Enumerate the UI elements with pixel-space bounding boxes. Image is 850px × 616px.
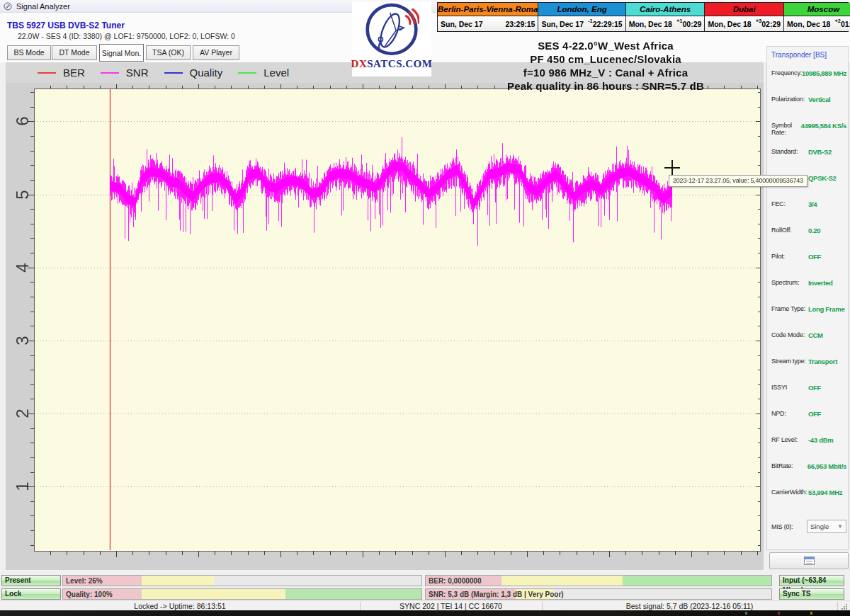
- status-bar: Locked -> Uptime: 86:13:51 SYNC 202 | TE…: [0, 600, 850, 610]
- status-best-signal: Best signal: 5,7 dB (2023-12-16 05:11): [542, 601, 837, 611]
- transponder-row: Frequency:10985,889 MHz: [771, 69, 846, 77]
- world-clock-table: Berlin-Paris-Vienna-RomaSun, Dec 1723:29…: [437, 2, 849, 32]
- transponder-value: 66,953 Mbit/s: [808, 462, 846, 470]
- level-bar: Level: 26%: [62, 575, 422, 586]
- clock-date: Mon, Dec 18: [708, 20, 751, 28]
- transponder-row: Stream type:Transport: [771, 358, 846, 365]
- transponder-label: Symbol Rate:: [771, 122, 801, 136]
- legend-item-snr: SNR: [101, 67, 149, 79]
- y-tick-label-2: 2: [13, 404, 33, 423]
- transponder-label: ISSYI: [771, 384, 808, 392]
- clock-utc-offset: +1: [676, 18, 683, 24]
- mis-label: MIS (0):: [771, 523, 805, 530]
- snr-chart-canvas[interactable]: [6, 83, 764, 570]
- status-separator: [542, 602, 543, 610]
- transponder-row: Spectrum:Inverted: [771, 279, 846, 287]
- tuner-title: TBS 5927 USB DVB-S2 Tuner: [7, 21, 125, 30]
- transponder-value: 10985,889 MHz: [802, 69, 846, 77]
- transponder-panel-header: Transponder [BS]: [771, 51, 827, 59]
- y-tick-label-4: 4: [13, 258, 33, 278]
- y-tick-label-3: 3: [13, 331, 33, 350]
- bar-segment: [142, 576, 213, 586]
- transponder-row: RF Level:-43 dBm: [771, 436, 846, 444]
- y-tick-label-5: 5: [13, 185, 33, 205]
- transport-stream-button[interactable]: [769, 552, 849, 569]
- mis-row: MIS (0): Single ▼: [771, 520, 846, 533]
- window-title: Signal Analyzer: [16, 2, 70, 11]
- taskbar-pixel: [745, 612, 747, 615]
- transponder-value: -43 dBm: [808, 436, 833, 444]
- resize-grip[interactable]: [842, 604, 847, 610]
- legend-line-icon: [164, 72, 183, 74]
- bar-segment: [623, 576, 771, 586]
- transponder-value: 3/4: [808, 200, 817, 208]
- clock-zone-time: Mon, Dec 18+201:29: [784, 16, 850, 31]
- bar-label: BER: 0,0000000: [429, 576, 482, 586]
- transponder-label: FEC:: [771, 200, 808, 208]
- chart-title-line-4: Peak quality in 86 hours : SNR=5.7 dB: [439, 79, 772, 93]
- legend-label: BER: [63, 67, 85, 79]
- chart-title-line-1: SES 4-22.0°W_West Africa: [439, 39, 772, 52]
- clock-zone-name: Moscow: [784, 3, 850, 16]
- status-separator: [360, 602, 361, 610]
- transponder-label: Code Mode:: [771, 331, 808, 339]
- chart-title: SES 4-22.0°W_West AfricaPF 450 cm_Lucene…: [439, 39, 772, 93]
- clock-zone-name: Dubai: [705, 3, 783, 16]
- ts-list-icon: [804, 557, 815, 565]
- legend-line-icon: [238, 72, 256, 74]
- transponder-row: Pilot:OFF: [771, 253, 846, 261]
- snr-bar: SNR: 5,3 dB (Margin: 1,3 dB | Very Poor): [425, 588, 772, 600]
- transponder-value: OFF: [808, 410, 821, 418]
- clock-date: Sun, Dec 17: [541, 20, 584, 28]
- transponder-row: Polarization:Vertical: [771, 96, 846, 103]
- transponder-value: Vertical: [808, 96, 830, 103]
- tab-signal-mon[interactable]: Signal Mon.: [99, 44, 144, 62]
- bar-label: Level: 26%: [66, 576, 103, 586]
- clock-utc-offset: +3: [756, 18, 762, 24]
- bar-segment: [142, 589, 285, 599]
- chart-title-line-3: f=10 986 MHz_V : Canal + Africa: [439, 66, 772, 79]
- clock-zone-time: Sun, Dec 17-122:29:15: [538, 16, 625, 31]
- dxsatcs-logo: DXSATCS.COM: [352, 1, 431, 76]
- status-sync-counts: SYNC 202 | TEI 14 | CC 16670: [360, 601, 542, 611]
- status-separator: [837, 602, 838, 610]
- quality-bar: Quality: 100%: [62, 588, 422, 600]
- input-rate-indicator: Input (~63,84 Mbps): [779, 575, 844, 586]
- tab-bs-mode[interactable]: BS Mode: [7, 45, 51, 60]
- transponder-label: Frequency:: [771, 69, 802, 77]
- mis-select[interactable]: Single ▼: [807, 520, 846, 533]
- clock-time: 22:29:15: [593, 20, 623, 28]
- clock-zone-name: Berlin-Paris-Vienna-Roma: [438, 3, 538, 16]
- chevron-down-icon: ▼: [837, 523, 843, 530]
- transponder-row: Frame Type:Long Frame: [771, 305, 846, 313]
- tab-tsa-ok[interactable]: TSA (OK): [146, 45, 191, 60]
- taskbar-pixel: [810, 612, 812, 615]
- transponder-label: NPD:: [771, 410, 808, 418]
- clock-time: 23:29:15: [505, 20, 535, 28]
- legend-item-level: Level: [238, 67, 289, 79]
- clock-zone-4: DubaiMon, Dec 18+302:29: [704, 3, 783, 31]
- transponder-row: Code Mode:CCM: [771, 331, 846, 339]
- status-uptime: Locked -> Uptime: 86:13:51: [0, 601, 360, 611]
- legend-label: SNR: [126, 67, 149, 79]
- clock-zone-2: London, EngSun, Dec 17-122:29:15: [538, 3, 625, 31]
- transponder-row: RollOff:0.20: [771, 227, 846, 234]
- clock-utc-offset: -1: [588, 18, 593, 24]
- tab-dt-mode[interactable]: DT Mode: [52, 45, 97, 60]
- clock-time: 00:29: [683, 20, 702, 28]
- transponder-row: ISSYIOFF: [771, 384, 846, 392]
- transponder-value: Long Frame: [808, 305, 844, 313]
- clock-zone-time: Mon, Dec 18+100:29: [626, 16, 705, 31]
- sync-ts-indicator: Sync TS: [779, 588, 844, 600]
- transponder-row: BitRate:66,953 Mbit/s: [771, 462, 846, 470]
- ber-bar: BER: 0,0000000: [425, 575, 772, 586]
- transponder-value: 0.20: [808, 227, 820, 234]
- bar-segment: [502, 576, 623, 586]
- taskbar-pixel: [778, 612, 780, 615]
- clock-time: 02:29: [761, 20, 781, 28]
- legend-line-icon: [38, 72, 56, 74]
- transponder-value: CCM: [808, 331, 823, 339]
- tab-av-player[interactable]: AV Player: [193, 45, 239, 60]
- clock-zone-time: Mon, Dec 18+302:29: [705, 16, 783, 31]
- transponder-label: Pilot:: [771, 253, 808, 261]
